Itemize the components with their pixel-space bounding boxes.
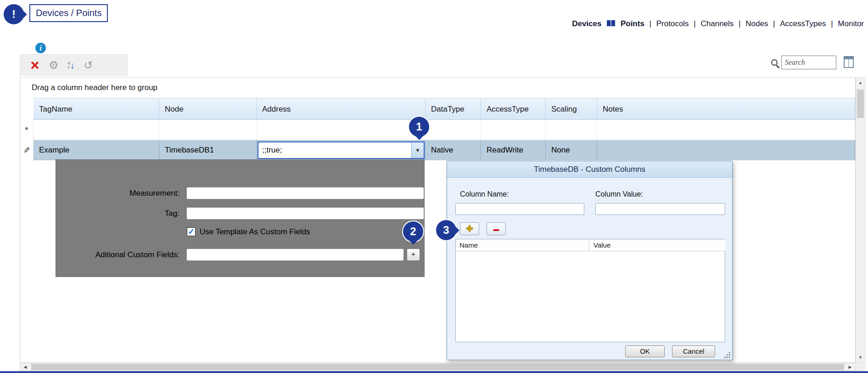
cancel-button[interactable]: Cancel — [672, 345, 715, 357]
grid-toolbar: ⚙ az ↓ ↺ — [20, 54, 128, 76]
scroll-right-button[interactable]: ▶ — [845, 363, 855, 371]
address-editor-value[interactable]: ;;true; — [258, 142, 411, 158]
scrollbar-corner — [856, 363, 865, 371]
history-icon[interactable]: ↺ — [84, 60, 93, 71]
nav-protocols[interactable]: Protocols — [656, 19, 689, 28]
cell-node[interactable]: TimebaseDB1 — [159, 140, 257, 160]
address-dropdown-button[interactable]: ▼ — [411, 142, 424, 158]
annotation-step-3: 3 — [436, 220, 456, 240]
cell-datatype[interactable]: Native — [426, 140, 481, 160]
book-icon — [606, 20, 616, 30]
plus-icon: ✚ — [466, 224, 473, 234]
resize-grip[interactable] — [724, 351, 731, 358]
dialog-title[interactable]: TimebaseDB - Custom Columns — [447, 161, 732, 178]
annotation-step-2: 2 — [403, 221, 423, 242]
address-editor-combobox[interactable]: ;;true; ▼ — [258, 141, 425, 159]
custom-columns-dialog: TimebaseDB - Custom Columns Column Name:… — [447, 161, 733, 360]
search-input[interactable] — [781, 56, 836, 69]
nav-monitor[interactable]: Monitor — [838, 19, 864, 28]
nav-devices[interactable]: Devices — [572, 19, 601, 28]
vertical-scroll-thumb[interactable] — [857, 90, 864, 118]
new-row-cell-tagname[interactable] — [34, 120, 159, 140]
column-header-notes[interactable]: Notes — [597, 98, 855, 120]
column-value-input[interactable] — [595, 203, 725, 215]
horizontal-scroll-thumb[interactable] — [31, 364, 844, 370]
edit-pencil-icon: ✎ — [23, 146, 30, 155]
measurement-field[interactable] — [186, 187, 424, 199]
new-row-cell-scaling[interactable] — [546, 120, 597, 140]
list-header-name[interactable]: Name — [456, 239, 589, 251]
column-header-tagname[interactable]: TagName — [34, 98, 159, 120]
new-row-cell-node[interactable] — [159, 120, 257, 140]
custom-columns-list[interactable]: Name Value — [455, 239, 725, 342]
use-template-checkbox[interactable]: ✓ — [187, 227, 196, 236]
nav-separator: | — [650, 19, 651, 28]
list-header-value[interactable]: Value — [590, 239, 726, 251]
sort-arrow-icon: ↓ — [70, 61, 75, 70]
new-row-cell-address[interactable] — [257, 120, 426, 140]
column-header-address[interactable]: Address — [257, 98, 426, 120]
minus-icon: ▬ — [493, 226, 499, 232]
column-value-label: Column Value: — [595, 190, 643, 198]
nav-accesstypes[interactable]: AccessTypes — [780, 19, 826, 28]
scroll-left-button[interactable]: ◀ — [20, 363, 30, 371]
column-name-input[interactable] — [455, 203, 584, 215]
new-row-indicator: * — [20, 120, 34, 140]
window-bottom-border — [0, 371, 868, 373]
app-window: ! Devices / Points Devices Points | Prot… — [0, 0, 868, 373]
remove-column-button[interactable]: ▬ — [487, 222, 506, 235]
filter-settings-icon[interactable]: ⚙ — [49, 60, 59, 71]
new-row-cell-accesstype[interactable] — [481, 120, 546, 140]
info-icon[interactable]: i — [35, 43, 46, 53]
column-name-label: Column Name: — [460, 190, 509, 198]
cell-tagname[interactable]: Example — [34, 140, 159, 160]
new-row-cell-datatype[interactable] — [426, 120, 481, 140]
use-template-label: Use Template As Custom Fields — [200, 226, 310, 237]
column-header-node[interactable]: Node — [159, 98, 257, 120]
address-dropdown-panel: Measurement: Tag: ✓ Use Template As Cust… — [56, 159, 425, 277]
horizontal-scrollbar[interactable]: ◀ ▶ — [20, 363, 856, 371]
column-header-accesstype[interactable]: AccessType — [481, 98, 546, 120]
additional-fields-add-button[interactable]: + — [407, 249, 420, 261]
column-header-scaling[interactable]: Scaling — [546, 98, 597, 120]
new-row-cell-notes[interactable] — [597, 120, 855, 140]
cell-scaling[interactable]: None — [546, 140, 597, 160]
tag-field[interactable] — [186, 207, 424, 220]
additional-fields-input[interactable] — [186, 249, 404, 261]
nav-points[interactable]: Points — [621, 19, 644, 28]
info-glyph: i — [39, 44, 41, 52]
edit-row-indicator: ✎ — [20, 140, 34, 160]
chevron-down-icon: ▼ — [415, 147, 420, 153]
search-icon[interactable] — [771, 59, 778, 66]
alert-glyph: ! — [12, 8, 16, 21]
nav-separator: | — [694, 19, 695, 28]
alert-badge: ! — [4, 4, 24, 24]
measurement-label: Measurement: — [56, 187, 183, 199]
nav-separator: | — [739, 19, 740, 28]
nav-nodes[interactable]: Nodes — [745, 19, 768, 28]
column-chooser-icon[interactable] — [844, 56, 854, 68]
tag-label: Tag: — [56, 207, 183, 220]
cell-notes[interactable] — [597, 140, 855, 160]
checkmark-icon: ✓ — [188, 228, 194, 236]
delete-icon[interactable] — [29, 60, 39, 70]
ok-button[interactable]: OK — [625, 345, 665, 357]
nav-separator: | — [831, 19, 833, 28]
annotation-step-1: 1 — [409, 117, 429, 137]
nav-channels[interactable]: Channels — [701, 19, 734, 28]
scroll-up-button[interactable]: ▲ — [856, 78, 865, 88]
scroll-down-button[interactable]: ▼ — [856, 352, 865, 362]
top-nav: Devices Points | Protocols | Channels | … — [0, 19, 865, 30]
group-by-drop-zone[interactable]: Drag a column header here to group — [20, 78, 855, 98]
cell-accesstype[interactable]: ReadWrite — [481, 140, 546, 160]
vertical-scrollbar[interactable]: ▲ ▼ — [856, 77, 865, 363]
nav-separator: | — [773, 19, 775, 28]
add-column-button[interactable]: ✚ — [460, 222, 479, 235]
sort-icon[interactable]: az ↓ — [68, 61, 75, 70]
column-header-datatype[interactable]: DataType — [426, 98, 481, 120]
additional-fields-label: Aditional Custom Fields: — [56, 249, 183, 261]
